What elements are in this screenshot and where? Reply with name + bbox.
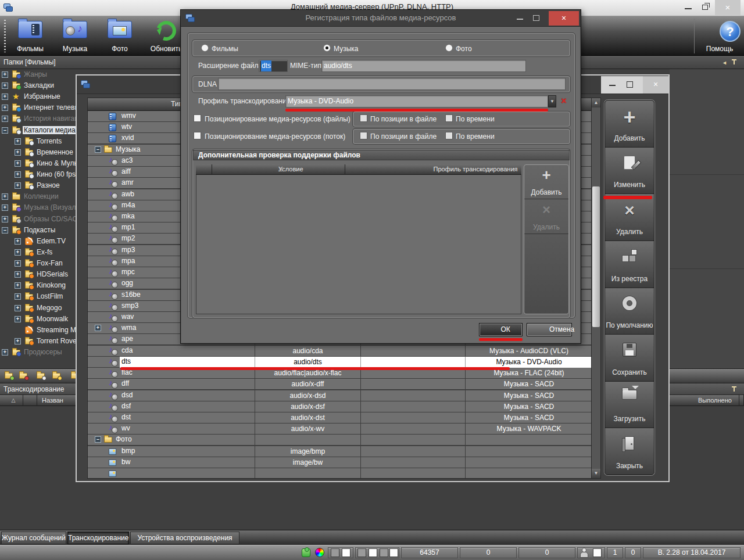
tree-toolbar-button[interactable] <box>52 371 63 380</box>
close-icon[interactable]: × <box>715 0 741 15</box>
expand-icon[interactable]: + <box>15 271 21 278</box>
scrollbar-thumb[interactable] <box>592 186 600 327</box>
empty-column[interactable] <box>23 395 37 406</box>
dlna-input[interactable] <box>218 78 566 90</box>
clear-profile-icon[interactable]: × <box>559 95 569 107</box>
tree-item[interactable]: +Fox-Fan <box>0 258 76 269</box>
minimize-icon[interactable] <box>609 85 616 86</box>
restore-icon[interactable] <box>702 5 708 10</box>
collapse-arrow-icon[interactable]: ◄ <box>722 60 727 66</box>
side-button-delete[interactable]: ×Удалить <box>605 194 654 241</box>
expand-icon[interactable]: + <box>15 305 21 311</box>
collapse-icon[interactable]: – <box>95 436 101 443</box>
tree-item[interactable]: +Разное <box>0 180 76 191</box>
expand-icon[interactable]: + <box>2 82 8 89</box>
tree-item[interactable]: +★Избранные <box>0 91 76 102</box>
tree-item[interactable]: +Музыка (Визуал <box>0 202 76 213</box>
ok-button[interactable]: ОК <box>479 323 523 336</box>
positioning-checkbox[interactable] <box>194 132 201 139</box>
table-row[interactable]: bwimage/bw <box>88 457 592 468</box>
tree-toolbar-button[interactable] <box>37 371 47 380</box>
expand-icon[interactable]: + <box>15 316 21 322</box>
table-row[interactable]: dsfaudio/x-dsfМузыка - SACD <box>88 401 592 412</box>
toolbar-button-photo[interactable]: Фото <box>98 17 142 55</box>
scroll-up-icon[interactable]: ▲ <box>592 98 600 107</box>
option-checkbox[interactable] <box>445 114 453 122</box>
toolbar-button-films[interactable]: Фильмы <box>8 17 52 55</box>
side-button-registry[interactable]: Из реестра <box>605 241 654 288</box>
tree-item[interactable]: +Kinokong <box>0 280 76 291</box>
expand-icon[interactable]: + <box>15 171 21 178</box>
option-checkbox[interactable] <box>360 132 367 139</box>
pin-icon[interactable] <box>731 386 737 392</box>
collapse-icon[interactable]: – <box>2 227 8 234</box>
maximize-icon[interactable] <box>627 81 633 88</box>
tree-item[interactable]: +Кино & Мульт <box>0 158 76 169</box>
tree-item[interactable]: +Жанры <box>0 69 76 80</box>
tree-item[interactable]: +Интернет телеви <box>0 102 76 113</box>
table-row[interactable]: dtsaudio/dtsМузыка - DVD-Audio <box>88 357 592 368</box>
table-row[interactable]: wvaudio/x-wvМузыка - WAVPACK <box>88 423 592 435</box>
tree-item[interactable]: +LostFilm <box>0 291 76 302</box>
help-button[interactable]: ? Помощь <box>698 17 742 55</box>
tree-item[interactable]: +История навигац <box>0 113 76 124</box>
tab-log[interactable]: Журнал сообщений <box>1 532 66 544</box>
close-icon[interactable]: × <box>549 11 579 26</box>
table-row[interactable] <box>88 468 592 479</box>
tree-item[interactable]: Streaming Med <box>0 325 76 336</box>
tree-item[interactable]: +Edem.TV <box>0 236 76 247</box>
expand-icon[interactable]: + <box>15 149 21 156</box>
tree-item[interactable]: +Временное <box>0 147 76 158</box>
option-checkbox[interactable] <box>360 114 367 122</box>
collapse-icon[interactable]: – <box>95 146 101 153</box>
tree-item[interactable]: +Torrent Rover <box>0 336 76 347</box>
minimize-icon[interactable] <box>517 19 523 20</box>
side-button-load[interactable]: Загрузить <box>605 382 654 429</box>
profile-combobox[interactable]: Музыка - DVD-Audio <box>285 95 548 107</box>
radio-photo[interactable] <box>445 44 453 52</box>
tree-item[interactable]: +Megogo <box>0 303 76 314</box>
table-row[interactable]: dffaudio/x-dffМузыка - SACD <box>88 379 592 390</box>
extra-add-button[interactable]: +Добавить <box>524 165 568 199</box>
table-scrollbar[interactable]: ▲ ▼ <box>591 98 601 479</box>
radio-films[interactable] <box>201 44 209 52</box>
mime-input[interactable]: audio/dts <box>321 60 526 72</box>
table-row[interactable]: dsdaudio/x-dsdМузыка - SACD <box>88 390 592 401</box>
expand-icon[interactable]: + <box>15 182 21 189</box>
expand-icon[interactable]: + <box>15 293 21 300</box>
tree-item[interactable]: +Коллекции <box>0 191 76 202</box>
toolbar-grip[interactable] <box>4 20 6 52</box>
expand-icon[interactable]: + <box>2 193 8 200</box>
tree-toolbar-button[interactable] <box>5 371 15 380</box>
toolbar-button-music[interactable]: ♪Музыка <box>53 17 97 55</box>
tree-item[interactable]: +Продюсеры <box>0 347 76 358</box>
sort-column[interactable]: △ <box>0 395 23 406</box>
done-column[interactable]: Выполнено <box>657 395 739 406</box>
tab-devices[interactable]: Устройства воспроизведения (DMR) <box>130 532 239 544</box>
table-row-group[interactable]: –Фото <box>88 435 592 446</box>
extension-input[interactable]: dts <box>259 60 288 72</box>
tree-item[interactable]: +Torrents <box>0 136 76 147</box>
combo-dropdown-icon[interactable]: ▼ <box>548 95 556 107</box>
expand-icon[interactable]: + <box>15 138 21 145</box>
cancel-button[interactable]: Отмена <box>527 323 572 336</box>
collapse-icon[interactable]: – <box>2 127 8 134</box>
expand-icon[interactable]: + <box>15 249 21 256</box>
expand-icon[interactable]: + <box>15 282 21 289</box>
expand-icon[interactable]: + <box>2 216 8 222</box>
expand-icon[interactable]: + <box>2 116 8 122</box>
expand-icon[interactable]: + <box>2 105 8 111</box>
tree-item[interactable]: +Moonwalk <box>0 314 76 325</box>
tree-item[interactable]: –Каталоги медиа- <box>0 125 76 136</box>
tab-transcode[interactable]: Транскодирование <box>67 532 129 544</box>
tree-item[interactable]: +HDSerials <box>0 269 76 280</box>
expand-icon[interactable]: + <box>2 349 8 356</box>
expand-icon[interactable]: + <box>15 260 21 267</box>
minimize-icon[interactable] <box>685 8 692 9</box>
table-row[interactable]: cdaaudio/cdaМузыка - AudioCD (VLC) <box>88 346 592 357</box>
side-button-default[interactable]: По умолчанию <box>605 288 654 335</box>
expand-icon[interactable]: + <box>15 160 21 167</box>
maximize-icon[interactable] <box>533 15 539 21</box>
positioning-checkbox[interactable] <box>194 114 201 122</box>
tree-item[interactable]: +Кино (60 fps) <box>0 169 76 180</box>
